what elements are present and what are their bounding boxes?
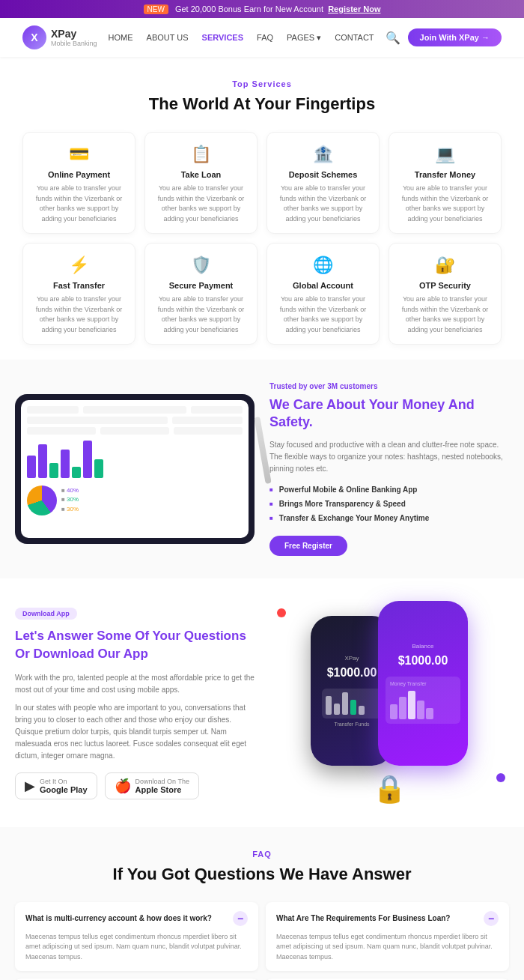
banner-link[interactable]: Register Now — [328, 4, 380, 13]
banner-text: Get 20,000 Bonus Earn for New Account — [175, 4, 323, 13]
fast-transfer-title: Fast Transfer — [31, 281, 127, 290]
phones-mockup: XPay $1000.00 Transfer Funds Balance $10… — [269, 601, 509, 766]
phone-balance-1: $1000.00 — [327, 666, 377, 680]
we-care-desc: Stay focused and productive with a clean… — [269, 439, 509, 475]
service-card-global: 🌐 Global Account You are able to transfe… — [266, 243, 380, 345]
download-desc2: In our states with people who are import… — [15, 702, 255, 762]
we-care-left: ■ 40% ■ 30% ■ 30% — [15, 394, 255, 544]
download-desc1: Work with the pro, talented people at th… — [15, 672, 255, 696]
global-title: Global Account — [275, 281, 371, 290]
faq-toggle-1[interactable]: − — [233, 911, 248, 926]
faq-grid: What is multi-currency account & how doe… — [15, 902, 509, 980]
services-section: Top Services The World At Your Fingertip… — [0, 57, 524, 360]
apple-store-label: Download On The — [135, 778, 189, 785]
apple-store-button[interactable]: 🍎 Download On The Apple Store — [105, 772, 199, 799]
faq-item-1: What is multi-currency account & how doe… — [15, 902, 258, 972]
feature-item-2: Brings More Transparency & Speed — [269, 500, 509, 508]
download-title: Let's Answer Some Of Your Questions Or D… — [15, 627, 255, 663]
search-icon[interactable]: 🔍 — [386, 31, 400, 45]
logo-area: X XPay Mobile Banking — [22, 25, 97, 49]
dot-decoration-purple — [496, 773, 505, 782]
nav-services[interactable]: SERVICES — [202, 33, 243, 42]
app-buttons: ▶ Get It On Google Play 🍎 Download On Th… — [15, 772, 255, 799]
logo-text-block: XPay Mobile Banking — [51, 28, 97, 47]
google-play-name: Google Play — [40, 785, 88, 794]
download-right: XPay $1000.00 Transfer Funds Balance $10… — [269, 601, 509, 805]
faq-question-2: What Are The Requirements For Business L… — [276, 913, 484, 924]
service-card-secure-payment: 🛡️ Secure Payment You are able to transf… — [144, 243, 258, 345]
banner-badge: NEW — [144, 4, 168, 14]
take-loan-title: Take Loan — [153, 170, 249, 179]
global-desc: You are able to transfer your funds with… — [275, 294, 371, 335]
faq-question-1: What is multi-currency account & how doe… — [25, 913, 233, 924]
logo-text: XPay — [51, 28, 76, 40]
nav-right: 🔍 Join With XPay → — [386, 28, 502, 46]
deposit-icon: 🏦 — [275, 145, 371, 164]
tablet-mockup: ■ 40% ■ 30% ■ 30% — [15, 394, 255, 544]
logo-sub: Mobile Banking — [51, 40, 97, 47]
faq-title: If You Got Questions We Have Answer — [15, 865, 509, 884]
we-care-section: ■ 40% ■ 30% ■ 30% Trusted by over 3M cus… — [0, 360, 524, 578]
phone-mockup-2: Balance $1000.00 Money Transfer — [378, 601, 468, 766]
global-icon: 🌐 — [275, 255, 371, 275]
feature-item-1: Powerful Mobile & Online Banking App — [269, 486, 509, 494]
nav-about[interactable]: ABOUT US — [147, 33, 189, 42]
transfer-desc: You are able to transfer your funds with… — [397, 184, 493, 224]
service-card-deposit: 🏦 Deposit Schemes You are able to transf… — [266, 132, 380, 234]
dot-decoration-red — [277, 608, 286, 617]
faq-toggle-2[interactable]: − — [484, 911, 499, 926]
online-payment-icon: 💳 — [31, 145, 127, 164]
otp-title: OTP Security — [397, 281, 493, 290]
we-care-right: Trusted by over 3M customers We Care Abo… — [269, 382, 509, 556]
faq-answer-2: Maecenas tempus tellus eget condimentum … — [276, 932, 499, 963]
service-card-take-loan: 📋 Take Loan You are able to transfer you… — [144, 132, 258, 234]
take-loan-desc: You are able to transfer your funds with… — [153, 184, 249, 224]
download-section: Download App Let's Answer Some Of Your Q… — [0, 578, 524, 827]
fast-transfer-icon: ⚡ — [31, 255, 127, 275]
transfer-title: Transfer Money — [397, 170, 493, 179]
otp-icon: 🔐 — [397, 255, 493, 275]
service-card-online-payment: 💳 Online Payment You are able to transfe… — [22, 132, 135, 234]
service-card-fast-transfer: ⚡ Fast Transfer You are able to transfer… — [22, 243, 135, 345]
services-title: The World At Your Fingertips — [22, 94, 502, 114]
trusted-badge: Trusted by over 3M customers — [269, 382, 509, 390]
fast-transfer-desc: You are able to transfer your funds with… — [31, 294, 127, 335]
nav-home[interactable]: HOME — [109, 33, 133, 42]
faq-section: FAQ If You Got Questions We Have Answer … — [0, 827, 524, 980]
we-care-title: We Care About Your Money And Safety. — [269, 396, 509, 432]
faq-label: FAQ — [15, 850, 509, 859]
google-play-icon: ▶ — [25, 778, 35, 794]
lock-icon: 🔒 — [269, 773, 509, 805]
top-banner: NEW Get 20,000 Bonus Earn for New Accoun… — [0, 0, 524, 18]
secure-payment-title: Secure Payment — [153, 281, 249, 290]
services-label: Top Services — [22, 79, 502, 88]
free-register-button[interactable]: Free Register — [269, 536, 347, 556]
nav-pages[interactable]: PAGES ▾ — [287, 33, 321, 43]
deposit-title: Deposit Schemes — [275, 170, 371, 179]
download-label: Download App — [15, 608, 77, 620]
feature-list: Powerful Mobile & Online Banking App Bri… — [269, 486, 509, 522]
nav-faq[interactable]: FAQ — [257, 33, 273, 42]
logo-icon: X — [22, 25, 46, 49]
services-grid: 💳 Online Payment You are able to transfe… — [22, 132, 502, 345]
otp-desc: You are able to transfer your funds with… — [397, 294, 493, 335]
google-play-button[interactable]: ▶ Get It On Google Play — [15, 772, 97, 799]
tablet-screen: ■ 40% ■ 30% ■ 30% — [21, 400, 249, 538]
apple-store-icon: 🍎 — [115, 778, 131, 794]
service-card-otp: 🔐 OTP Security You are able to transfer … — [389, 243, 502, 345]
online-payment-desc: You are able to transfer your funds with… — [31, 184, 127, 224]
service-card-transfer: 💻 Transfer Money You are able to transfe… — [389, 132, 502, 234]
join-button[interactable]: Join With XPay → — [408, 28, 502, 46]
secure-payment-icon: 🛡️ — [153, 255, 249, 275]
transfer-icon: 💻 — [397, 145, 493, 164]
download-left: Download App Let's Answer Some Of Your Q… — [15, 606, 255, 799]
apple-store-name: Apple Store — [135, 785, 189, 794]
secure-payment-desc: You are able to transfer your funds with… — [153, 294, 249, 335]
online-payment-title: Online Payment — [31, 170, 127, 179]
deposit-desc: You are able to transfer your funds with… — [275, 184, 371, 224]
header: X XPay Mobile Banking HOME ABOUT US SERV… — [0, 18, 524, 57]
faq-item-2: What Are The Requirements For Business L… — [266, 902, 509, 972]
nav-contact[interactable]: CONTACT — [335, 33, 374, 42]
google-play-label: Get It On — [40, 778, 88, 785]
take-loan-icon: 📋 — [153, 145, 249, 164]
